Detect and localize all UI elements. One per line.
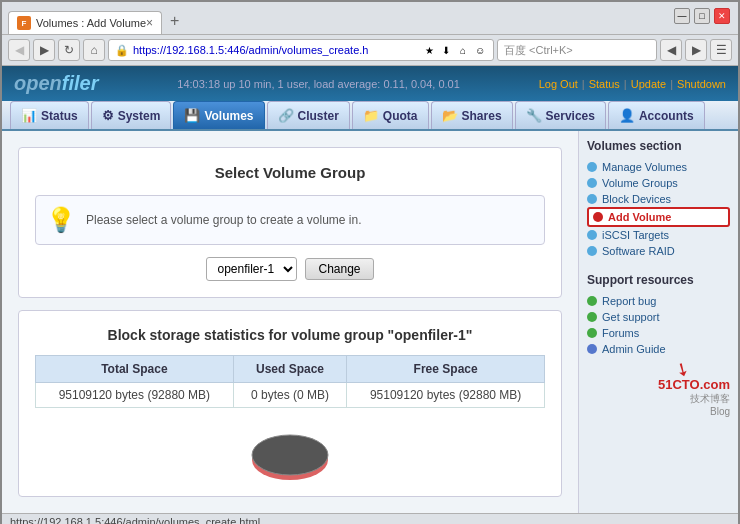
status-url: https://192.168.1.5:446/admin/volumes_cr… [10, 516, 260, 524]
back-btn2[interactable]: ◀ [660, 39, 682, 61]
watermark: 51CTO.com 技术博客Blog ➘ [587, 377, 730, 417]
iscsi-icon [587, 230, 597, 240]
maximize-button[interactable]: □ [694, 8, 710, 24]
app-header: openfiler 14:03:18 up 10 min, 1 user, lo… [2, 66, 738, 101]
watermark-site: 51CTO.com [587, 377, 730, 392]
select-volume-group-title: Select Volume Group [35, 164, 545, 181]
change-button[interactable]: Change [305, 258, 373, 280]
info-box: 💡 Please select a volume group to create… [35, 195, 545, 245]
volumes-section-title: Volumes section [587, 139, 730, 153]
add-volume-icon [593, 212, 603, 222]
software-raid-icon [587, 246, 597, 256]
content-area: Select Volume Group 💡 Please select a vo… [2, 131, 578, 513]
main-content: Select Volume Group 💡 Please select a vo… [2, 131, 738, 513]
update-link[interactable]: Update [631, 78, 666, 90]
minimize-button[interactable]: — [674, 8, 690, 24]
tab-shares[interactable]: 📂 Shares [431, 101, 513, 129]
get-support-link[interactable]: Get support [587, 309, 730, 325]
forums-icon [587, 328, 597, 338]
select-row: openfiler-1 Change [35, 257, 545, 281]
tab-cluster[interactable]: 🔗 Cluster [267, 101, 350, 129]
smiley-icon[interactable]: ☺ [473, 43, 487, 57]
logout-link[interactable]: Log Out [539, 78, 578, 90]
stats-title: Block storage statistics for volume grou… [35, 327, 545, 343]
tab-services[interactable]: 🔧 Services [515, 101, 606, 129]
tab-title: Volumes : Add Volume [36, 17, 146, 29]
col-free: Free Space [347, 356, 545, 383]
total-space: 95109120 bytes (92880 MB) [36, 383, 234, 408]
app-status: 14:03:18 up 10 min, 1 user, load average… [177, 78, 460, 90]
tab-accounts[interactable]: 👤 Accounts [608, 101, 705, 129]
download-icon[interactable]: ⬇ [439, 43, 453, 57]
volumes-sidebar-section: Volumes section Manage Volumes Volume Gr… [587, 139, 730, 259]
manage-volumes-icon [587, 162, 597, 172]
address-bar[interactable]: 🔒 https://192.168.1.5:446/admin/volumes_… [108, 39, 494, 61]
report-bug-icon [587, 296, 597, 306]
sidebar: Volumes section Manage Volumes Volume Gr… [578, 131, 738, 513]
lock-icon: 🔒 [115, 44, 129, 57]
tab-favicon: F [17, 16, 31, 30]
menu-btn[interactable]: ☰ [710, 39, 732, 61]
admin-guide-link[interactable]: Admin Guide [587, 341, 730, 357]
tab-volumes-label: Volumes [204, 109, 253, 123]
search-bar[interactable]: 百度 <Ctrl+K> [497, 39, 657, 61]
col-total: Total Space [36, 356, 234, 383]
watermark-sub: 技术博客Blog [587, 392, 730, 417]
col-used: Used Space [233, 356, 347, 383]
nav-tabs: 📊 Status ⚙ System 💾 Volumes 🔗 Cluster 📁 … [2, 101, 738, 131]
status-bar: https://192.168.1.5:446/admin/volumes_cr… [2, 513, 738, 524]
tab-accounts-label: Accounts [639, 109, 694, 123]
tab-status[interactable]: 📊 Status [10, 101, 89, 129]
new-tab-button[interactable]: + [162, 8, 187, 34]
tab-system-label: System [118, 109, 161, 123]
shutdown-link[interactable]: Shutdown [677, 78, 726, 90]
app-logo: openfiler [14, 72, 98, 95]
block-devices-icon [587, 194, 597, 204]
used-space: 0 bytes (0 MB) [233, 383, 347, 408]
pie-chart [35, 420, 545, 480]
info-text: Please select a volume group to create a… [86, 213, 361, 227]
back-button[interactable]: ◀ [8, 39, 30, 61]
close-tab-button[interactable]: × [146, 16, 153, 30]
reload-button[interactable]: ↻ [58, 39, 80, 61]
fwd-btn2[interactable]: ▶ [685, 39, 707, 61]
forward-button[interactable]: ▶ [33, 39, 55, 61]
get-support-icon [587, 312, 597, 322]
close-window-button[interactable]: ✕ [714, 8, 730, 24]
tab-shares-label: Shares [462, 109, 502, 123]
tab-quota[interactable]: 📁 Quota [352, 101, 429, 129]
tab-quota-label: Quota [383, 109, 418, 123]
software-raid-link[interactable]: Software RAID [587, 243, 730, 259]
url-text: https://192.168.1.5:446/admin/volumes_cr… [133, 44, 418, 56]
stats-section: Block storage statistics for volume grou… [18, 310, 562, 497]
forums-link[interactable]: Forums [587, 325, 730, 341]
volume-groups-icon [587, 178, 597, 188]
iscsi-targets-link[interactable]: iSCSI Targets [587, 227, 730, 243]
search-placeholder: 百度 <Ctrl+K> [504, 43, 573, 58]
tab-services-label: Services [546, 109, 595, 123]
tab-cluster-label: Cluster [298, 109, 339, 123]
tab-status-label: Status [41, 109, 78, 123]
support-sidebar-section: Support resources Report bug Get support… [587, 273, 730, 357]
free-space: 95109120 bytes (92880 MB) [347, 383, 545, 408]
info-icon: 💡 [46, 206, 76, 234]
app-links: Log Out | Status | Update | Shutdown [539, 78, 726, 90]
bookmark-star-icon[interactable]: ★ [422, 43, 436, 57]
stats-table: Total Space Used Space Free Space 951091… [35, 355, 545, 408]
support-section-title: Support resources [587, 273, 730, 287]
tab-volumes[interactable]: 💾 Volumes [173, 101, 264, 129]
manage-volumes-link[interactable]: Manage Volumes [587, 159, 730, 175]
table-row: 95109120 bytes (92880 MB) 0 bytes (0 MB)… [36, 383, 545, 408]
status-link[interactable]: Status [589, 78, 620, 90]
report-bug-link[interactable]: Report bug [587, 293, 730, 309]
home-button[interactable]: ⌂ [83, 39, 105, 61]
volume-group-select[interactable]: openfiler-1 [206, 257, 297, 281]
admin-guide-icon [587, 344, 597, 354]
add-volume-link[interactable]: Add Volume [587, 207, 730, 227]
volume-groups-link[interactable]: Volume Groups [587, 175, 730, 191]
home-addr-icon[interactable]: ⌂ [456, 43, 470, 57]
tab-system[interactable]: ⚙ System [91, 101, 172, 129]
select-volume-group-section: Select Volume Group 💡 Please select a vo… [18, 147, 562, 298]
browser-tab[interactable]: F Volumes : Add Volume × [8, 11, 162, 34]
block-devices-link[interactable]: Block Devices [587, 191, 730, 207]
